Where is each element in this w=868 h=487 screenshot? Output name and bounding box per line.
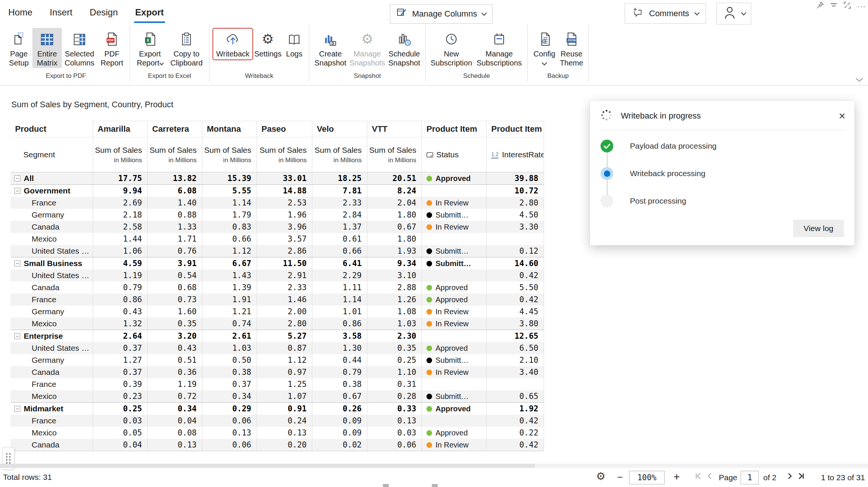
view-log-button[interactable]: View log (793, 220, 844, 237)
ribbon-button-copy-to-clipboard[interactable]: Copy to Clipboard (167, 28, 206, 68)
field-header-status[interactable]: Status (422, 137, 486, 172)
ribbon-button-settings[interactable]: ⚙ Settings (253, 28, 283, 59)
ribbon-button-schedule-snapshot[interactable]: Schedule Snapshot (386, 28, 422, 68)
zoom-out-button[interactable]: − (617, 472, 623, 483)
pin-icon[interactable] (816, 2, 824, 11)
ribbon-button-logs[interactable]: Logs (283, 28, 306, 59)
ribbon-button-create-snapshot[interactable]: Create Snapshot (312, 28, 348, 68)
collapse-toggle-icon[interactable]: − (14, 333, 20, 339)
row-label: France (32, 198, 56, 207)
row-label-cell: Mexico (11, 318, 93, 330)
matrix-row-germany: Germany1.270.510.501.120.440.25Submitt…2… (11, 354, 544, 366)
ribbon-button-writeback[interactable]: Writeback (212, 28, 253, 60)
value-cell: 0.72 (147, 390, 202, 402)
last-page-button[interactable] (797, 472, 805, 480)
status-cell (422, 378, 486, 390)
account-menu-button[interactable] (717, 3, 751, 24)
tab-home[interactable]: Home (8, 0, 32, 25)
page-number-input[interactable]: 1 (741, 471, 759, 484)
status-dot-orange (426, 442, 432, 448)
row-label: Mexico (32, 428, 57, 437)
collapse-toggle-icon[interactable]: − (14, 406, 20, 412)
ribbon-button-export-report[interactable]: X Export Report (133, 28, 167, 68)
ribbon-group-label: Export to PDF (2, 72, 130, 80)
measure-header[interactable]: Sum of Salesin Millions (202, 137, 257, 172)
matrix-row-france: France0.030.040.060.240.090.130.42 (11, 415, 544, 427)
collapse-ribbon-icon[interactable] (855, 77, 863, 84)
ribbon-button-pdf-report[interactable]: PDF PDF Report (97, 28, 127, 68)
status-label: Submitt… (436, 259, 471, 268)
next-page-button[interactable] (786, 472, 793, 480)
measure-header[interactable]: Sum of Salesin Millions (367, 137, 422, 172)
value-cell: 20.51 (367, 172, 422, 184)
svg-text:JSON: JSON (567, 39, 576, 42)
scrollbar-thumb[interactable] (0, 464, 535, 468)
column-header-velo[interactable]: Velo (312, 121, 367, 137)
interest-rate-cell: 6.50 (486, 342, 544, 354)
tab-design[interactable]: Design (90, 0, 118, 25)
table-settings-gear-icon[interactable]: ⚙ (596, 470, 605, 482)
matrix-row-canada: Canada0.790.681.392.331.112.88Approved5.… (11, 282, 544, 294)
ribbon-button-config[interactable]: ⚙ Config (531, 28, 558, 66)
ribbon-button-label: Config (533, 50, 555, 59)
item-group-header[interactable]: Product Item (422, 121, 486, 137)
value-cell: 0.04 (93, 439, 147, 451)
column-header-carretera[interactable]: Carretera (147, 121, 202, 137)
ribbon-button-entire-matrix[interactable]: Entire Matrix (32, 28, 62, 68)
status-dot-green (426, 430, 432, 436)
ribbon-button-selected-columns[interactable]: Selected Columns (62, 28, 97, 68)
measure-header[interactable]: Sum of Salesin Millions (312, 137, 367, 172)
value-cell: 1.03 (367, 318, 422, 330)
column-header-vtt[interactable]: VTT (367, 121, 422, 137)
gear-icon: ⚙ (262, 30, 274, 47)
value-cell: 1.60 (147, 306, 202, 318)
value-cell: 13.82 (147, 172, 202, 184)
config-gear-doc-icon: ⚙ (537, 30, 552, 47)
measure-header[interactable]: Sum of Salesin Millions (93, 137, 147, 172)
collapse-toggle-icon[interactable]: − (14, 175, 20, 181)
row-header-segment[interactable]: Segment (11, 137, 93, 172)
ribbon-button-reuse-theme[interactable]: JSON Reuse Theme (558, 28, 585, 68)
value-cell: 1.96 (257, 209, 312, 221)
field-header-interestrate[interactable]: 1.2InterestRate (486, 137, 544, 172)
value-cell: 9.34 (367, 257, 422, 269)
horizontal-scrollbar[interactable] (0, 464, 868, 468)
row-label: Mexico (32, 319, 57, 328)
value-cell: 5.27 (257, 330, 312, 342)
ribbon-button-new-subscription[interactable]: New Subscription (429, 28, 474, 68)
ribbon-button-manage-subscriptions[interactable]: Manage Subscriptions (474, 28, 524, 68)
collapse-toggle-icon[interactable]: − (14, 260, 20, 266)
measure-header[interactable]: Sum of Salesin Millions (257, 137, 312, 172)
ribbon-button-label: Logs (286, 50, 302, 59)
close-icon[interactable]: × (839, 111, 845, 121)
column-header-amarilla[interactable]: Amarilla (93, 121, 147, 137)
column-header-paseo[interactable]: Paseo (257, 121, 312, 137)
manage-columns-button[interactable]: Manage Columns (390, 4, 492, 24)
comments-button[interactable]: Comments (625, 3, 706, 24)
zoom-in-button[interactable]: + (674, 471, 680, 483)
measure-header[interactable]: Sum of Salesin Millions (147, 137, 202, 172)
filter-lines-icon[interactable] (830, 3, 837, 9)
interest-rate-cell: 2.10 (486, 354, 544, 366)
status-label: In Review (436, 441, 469, 449)
measure-unit-label: in Millions (114, 157, 142, 164)
tab-insert[interactable]: Insert (50, 0, 72, 25)
first-page-button[interactable] (695, 472, 702, 480)
tab-export[interactable]: Export (135, 0, 164, 25)
value-cell: 2.53 (257, 197, 312, 209)
ribbon-button-page-setup[interactable]: Page Setup (5, 28, 32, 68)
ribbon-button-label: Copy to Clipboard (168, 50, 205, 67)
column-header-montana[interactable]: Montana (202, 121, 257, 137)
zoom-level-input[interactable]: 100% (629, 471, 665, 484)
snapshot-clock-icon (397, 30, 412, 47)
ribbon-group-export-to-excel: X Export Report Copy to Clipboard Export… (130, 25, 209, 82)
more-options-icon[interactable]: ··· (857, 2, 866, 11)
value-cell: 0.51 (147, 354, 202, 366)
previous-page-button[interactable] (706, 472, 714, 480)
item-group-header[interactable]: Product Item (486, 121, 544, 137)
row-header-product[interactable]: Product (11, 121, 93, 137)
collapse-toggle-icon[interactable]: − (14, 188, 20, 194)
focus-mode-icon[interactable] (844, 2, 851, 11)
matrix-row-all: −All17.7513.8215.3933.0118.2520.51Approv… (11, 172, 544, 184)
matrix-row-united-states-: United States …1.190.541.432.912.293.100… (11, 269, 544, 282)
